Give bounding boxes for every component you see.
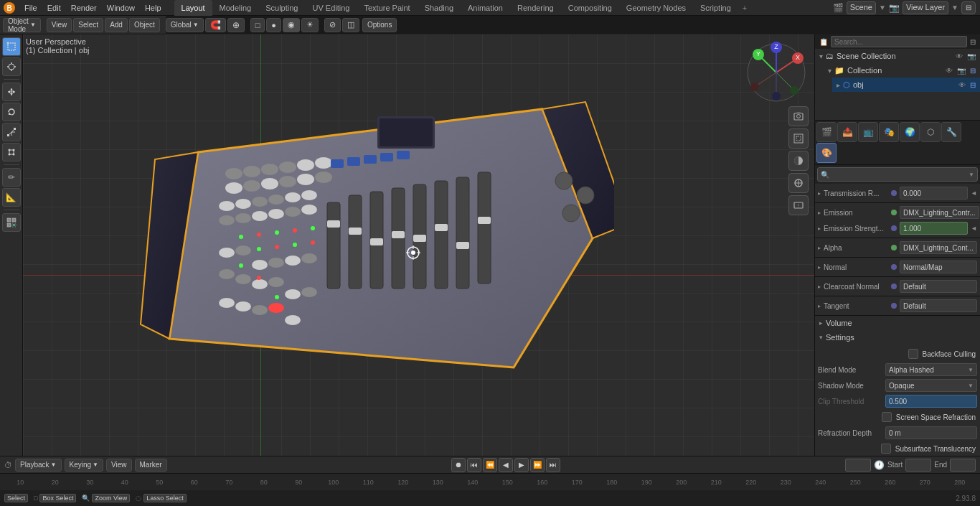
outliner-search-input[interactable]: [831, 36, 967, 47]
shadow-mode-dropdown[interactable]: Opaque ▼: [885, 379, 977, 392]
prop-search-expand-icon[interactable]: ▼: [969, 172, 974, 178]
clip-threshold-value[interactable]: 0.500: [885, 395, 977, 408]
tab-shading[interactable]: Shading: [418, 0, 461, 16]
collection-eye-icon[interactable]: 👁: [946, 67, 953, 75]
subsurface-translucency-checkbox[interactable]: [881, 444, 891, 454]
tab-layout[interactable]: Layout: [174, 0, 212, 16]
emission-strength-expand[interactable]: ▸: [818, 225, 821, 232]
collection-filter-icon[interactable]: ⊟: [970, 67, 976, 75]
outliner-collection[interactable]: ▾ 📁 Collection 👁 📷 ⊟: [824, 63, 980, 78]
emission-expand[interactable]: ▸: [818, 210, 821, 216]
end-frame-input[interactable]: 250: [950, 459, 976, 472]
render-region-button[interactable]: [788, 128, 809, 149]
play-forward-button[interactable]: ▶: [514, 458, 529, 472]
options-button[interactable]: Options: [362, 18, 397, 32]
record-button[interactable]: ⏺: [451, 458, 466, 472]
alpha-expand[interactable]: ▸: [818, 245, 821, 251]
tab-geometry-nodes[interactable]: Geometry Nodes: [619, 0, 693, 16]
overlays-button[interactable]: ⊘: [324, 18, 341, 32]
normal-expand[interactable]: ▸: [818, 264, 821, 271]
filter-button[interactable]: ⊟: [961, 1, 976, 14]
normal-value[interactable]: Normal/Map: [900, 261, 977, 273]
select-menu-button[interactable]: Select: [73, 18, 103, 32]
select-box-tool[interactable]: [2, 37, 21, 56]
current-frame-input[interactable]: 1: [845, 459, 871, 472]
collection-render-icon[interactable]: 📷: [957, 67, 966, 75]
xray-toggle-button[interactable]: [788, 195, 809, 215]
prop-view-layer-tab[interactable]: 📺: [858, 122, 878, 142]
menu-file[interactable]: File: [20, 2, 42, 14]
navigation-gizmo[interactable]: X Y Z: [744, 40, 809, 105]
transform-tool[interactable]: [2, 143, 21, 161]
view-layer-selector[interactable]: View Layer: [903, 1, 948, 14]
tab-compositing[interactable]: Compositing: [561, 0, 619, 16]
snap-button[interactable]: 🧲: [205, 18, 226, 32]
transmission-ramp-icon[interactable]: ◄: [971, 189, 977, 197]
obj-eye-icon[interactable]: 👁: [958, 81, 966, 89]
add-workspace-button[interactable]: +: [738, 2, 751, 14]
marker-button[interactable]: Marker: [135, 459, 167, 472]
emission-strength-value[interactable]: 1.000: [900, 222, 968, 235]
solid-shading-button[interactable]: ●: [266, 18, 281, 32]
scene-collection-render-icon[interactable]: 📷: [967, 52, 976, 60]
transmission-value[interactable]: 0.000: [900, 187, 968, 200]
backface-culling-checkbox[interactable]: [908, 349, 918, 359]
menu-help[interactable]: Help: [141, 2, 166, 14]
prop-search-input[interactable]: [829, 171, 969, 179]
scene-collection-eye-icon[interactable]: 👁: [956, 52, 963, 60]
scene-selector[interactable]: Scene: [847, 1, 876, 14]
move-tool[interactable]: [2, 83, 21, 101]
outliner-obj[interactable]: ▸ ⬡ obj 👁 ⊟: [832, 78, 980, 92]
jump-end-button[interactable]: ⏭: [546, 458, 560, 472]
overlay-toggle-button[interactable]: [788, 173, 809, 193]
volume-section-header[interactable]: ▸ Volume: [815, 316, 980, 330]
measure-tool[interactable]: 📐: [2, 188, 21, 207]
material-shading-button[interactable]: ◉: [283, 18, 300, 32]
annotate-tool[interactable]: ✏: [2, 168, 21, 187]
tangent-expand[interactable]: ▸: [818, 303, 821, 309]
object-mode-button[interactable]: Object Mode ▼: [3, 18, 41, 32]
start-frame-input[interactable]: 1: [905, 459, 931, 472]
menu-edit[interactable]: Edit: [43, 2, 65, 14]
prop-output-tab[interactable]: 📤: [837, 122, 857, 142]
tab-rendering[interactable]: Rendering: [510, 0, 561, 16]
view-button[interactable]: View: [106, 459, 132, 472]
prop-material-tab[interactable]: 🎨: [816, 143, 837, 163]
transmission-expand[interactable]: ▸: [818, 190, 821, 197]
blend-mode-dropdown[interactable]: Alpha Hashed ▼: [885, 363, 977, 376]
obj-filter-icon[interactable]: ⊟: [970, 81, 976, 89]
step-back-button[interactable]: ⏪: [483, 458, 497, 472]
tab-scripting[interactable]: Scripting: [693, 0, 738, 16]
outliner-filter-icon[interactable]: ⊟: [970, 38, 976, 46]
keying-button[interactable]: Keying ▼: [65, 459, 104, 472]
emission-value[interactable]: DMX_Lighting_Contr...: [900, 206, 979, 219]
rendered-shading-button[interactable]: ☀: [301, 18, 319, 32]
clearcoat-normal-value[interactable]: Default: [900, 280, 977, 293]
step-forward-button[interactable]: ⏩: [530, 458, 545, 472]
outliner-scene-collection[interactable]: ▾ 🗂 Scene Collection 👁 📷: [815, 49, 980, 63]
viewport[interactable]: User Perspective (1) Collection | obj: [23, 34, 814, 472]
playback-button[interactable]: Playback ▼: [15, 459, 62, 472]
jump-start-button[interactable]: ⏮: [467, 458, 481, 472]
cursor-tool[interactable]: [2, 57, 21, 76]
refraction-depth-value[interactable]: 0 m: [885, 426, 977, 439]
emission-strength-ramp-icon[interactable]: ◄: [971, 225, 977, 232]
global-transform-button[interactable]: Global ▼: [166, 18, 204, 32]
tab-animation[interactable]: Animation: [461, 0, 510, 16]
tangent-value[interactable]: Default: [900, 299, 977, 312]
add-object-tool[interactable]: [2, 213, 21, 232]
rotate-tool[interactable]: [2, 103, 21, 121]
view-menu-button[interactable]: View: [47, 18, 72, 32]
alpha-value[interactable]: DMX_Lighting_Cont...: [900, 241, 977, 254]
screen-space-refraction-checkbox[interactable]: [882, 412, 892, 422]
menu-window[interactable]: Window: [103, 2, 139, 14]
tab-texture-paint[interactable]: Texture Paint: [357, 0, 417, 16]
play-reverse-button[interactable]: ◀: [499, 458, 513, 472]
tab-sculpting[interactable]: Sculpting: [258, 0, 305, 16]
timeline-track[interactable]: 10 20 30 40 50 60 70 80 90 100 110 120 1…: [0, 474, 980, 491]
prop-world-tab[interactable]: 🌍: [900, 122, 920, 142]
object-menu-button[interactable]: Object: [129, 18, 160, 32]
xray-button[interactable]: ◫: [342, 18, 359, 32]
camera-view-button[interactable]: [788, 106, 809, 126]
prop-object-tab[interactable]: ⬡: [920, 122, 941, 142]
